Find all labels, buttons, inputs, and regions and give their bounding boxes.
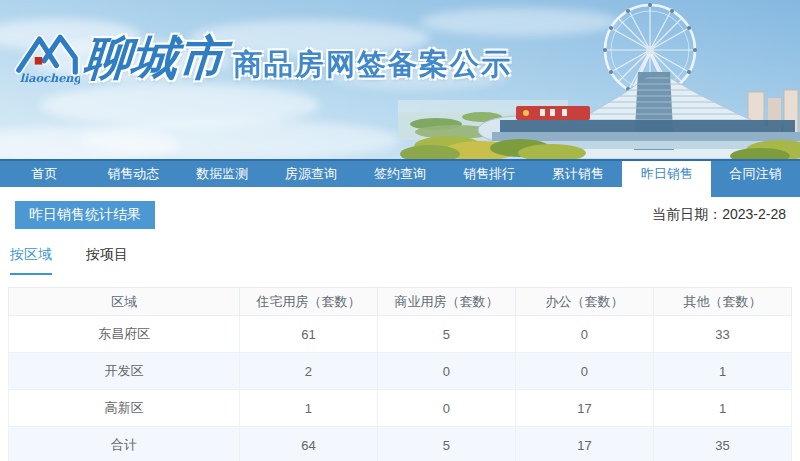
cell-value: 2 [239,353,377,390]
site-logo-icon: liaocheng [14,26,80,88]
cell-value: 0 [515,353,653,390]
cell-value: 61 [239,316,377,353]
cell-value: 33 [653,316,791,353]
table-row: 东昌府区615033 [9,316,792,353]
current-date-label: 当前日期： [652,206,722,222]
nav-tab-5[interactable]: 签约查询 [356,161,445,187]
column-header: 办公（套数） [515,288,653,316]
cell-region: 合计 [9,427,240,461]
section-title-badge: 昨日销售统计结果 [15,201,155,229]
cell-value: 1 [653,353,791,390]
view-tab-2[interactable]: 按项目 [86,246,128,275]
nav-tab-4[interactable]: 房源查询 [267,161,356,187]
nav-tab-8[interactable]: 昨日销售 [622,161,711,187]
view-tabs: 按区域按项目 [8,246,792,275]
sales-table: 区域住宅用房（套数）商业用房（套数）办公（套数）其他（套数） 东昌府区61503… [8,287,792,461]
table-row: 开发区2001 [9,353,792,390]
cell-value: 64 [239,427,377,461]
cell-value: 1 [653,390,791,427]
nav-tab-9[interactable]: 合同注销 [711,161,800,197]
site-title: 商品房网签备案公示 [233,50,512,79]
cell-value: 35 [653,427,791,461]
view-tab-1[interactable]: 按区域 [10,246,52,275]
nav-tab-6[interactable]: 销售排行 [444,161,533,187]
cell-value: 5 [377,427,515,461]
table-row: 合计6451735 [9,427,792,461]
column-header: 区域 [9,288,240,316]
cell-value: 0 [377,390,515,427]
title-row: 昨日销售统计结果 当前日期：2023-2-28 [8,201,792,229]
main-content: 昨日销售统计结果 当前日期：2023-2-28 按区域按项目 区域住宅用房（套数… [0,201,800,461]
brand: liaocheng 聊城市 商品房网签备案公示 [14,26,512,88]
nav-tab-7[interactable]: 累计销售 [533,161,622,187]
nav-tab-1[interactable]: 首页 [0,161,89,187]
current-date: 当前日期：2023-2-28 [652,206,792,224]
nav-tab-3[interactable]: 数据监测 [178,161,267,187]
cell-region: 东昌府区 [9,316,240,353]
site-title-script: 聊城市 [82,34,226,81]
cell-value: 5 [377,316,515,353]
cell-value: 1 [239,390,377,427]
main-nav: 首页销售动态数据监测房源查询签约查询销售排行累计销售昨日销售合同注销 [0,159,800,187]
logo-wordmark: liaocheng [20,71,80,85]
site-header: liaocheng 聊城市 商品房网签备案公示 [0,0,800,159]
cell-value: 0 [377,353,515,390]
cell-value: 0 [515,316,653,353]
nav-tab-2[interactable]: 销售动态 [89,161,178,187]
cell-value: 17 [515,390,653,427]
table-header-row: 区域住宅用房（套数）商业用房（套数）办公（套数）其他（套数） [9,288,792,316]
column-header: 商业用房（套数） [377,288,515,316]
app-window: liaocheng 聊城市 商品房网签备案公示 首页销售动态数据监测房源查询签约… [0,0,800,461]
table-row: 高新区10171 [9,390,792,427]
cell-region: 高新区 [9,390,240,427]
column-header: 其他（套数） [653,288,791,316]
cell-value: 17 [515,427,653,461]
column-header: 住宅用房（套数） [239,288,377,316]
cell-region: 开发区 [9,353,240,390]
current-date-value: 2023-2-28 [722,206,786,222]
